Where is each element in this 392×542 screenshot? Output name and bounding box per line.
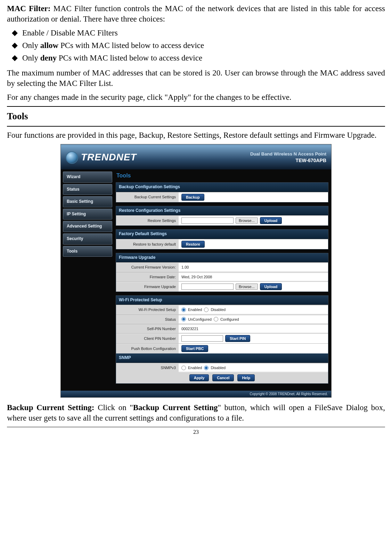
snmp-disabled-radio[interactable] <box>204 366 209 370</box>
apply-button[interactable]: Apply <box>189 374 209 381</box>
fw-upload-button[interactable]: Upload <box>260 283 282 290</box>
wps-setup-label: Wi-Fi Protected Setup <box>116 305 179 314</box>
fw-browse-button[interactable]: Browse... <box>236 284 258 290</box>
backup-para-label: Backup Current Setting: <box>7 403 98 412</box>
sidebar-item-security[interactable]: Security <box>63 233 112 245</box>
restore-card-title: Restore Configuration Settings <box>116 206 328 216</box>
backup-label: Backup Current Settings <box>116 192 179 201</box>
factory-card: Factory Default Settings Restore to fact… <box>116 229 328 249</box>
brand-text: TRENDNET <box>81 151 137 164</box>
header-model: TEW-670APB <box>250 157 326 164</box>
fw-upgrade-label: Firmware Upgrade <box>116 282 179 291</box>
wps-enabled-radio[interactable] <box>181 308 186 312</box>
page-title: Tools <box>116 172 328 180</box>
backup-para-bold: Backup Current Setting <box>133 403 218 412</box>
backup-para-pre: Click on " <box>98 403 133 412</box>
tools-intro: Four functions are provided in this page… <box>7 130 385 141</box>
wps-clientpin-input[interactable] <box>181 335 223 342</box>
snmp-disabled-text: Disabled <box>211 365 226 370</box>
snmp-label: SNMPv3 <box>116 363 179 372</box>
wps-clientpin-label: Client PIN Number <box>116 334 179 343</box>
brand-logo-icon <box>66 151 78 164</box>
fw-version-value: 1.00 <box>179 263 328 271</box>
wps-card: Wi-Fi Protected Setup Wi-Fi Protected Se… <box>116 295 328 384</box>
restore-upload-button[interactable]: Upload <box>260 217 282 224</box>
mac-filter-label: MAC Filter: <box>7 4 53 13</box>
mac-filter-bullets: Enable / Disable MAC Filters Only allow … <box>7 28 385 63</box>
divider-top <box>7 106 385 107</box>
factory-label: Restore to factory default <box>116 240 179 249</box>
wps-disabled-radio[interactable] <box>204 308 209 312</box>
wps-unconfigured-radio[interactable] <box>181 317 186 321</box>
shot-copyright: Copyright © 2008 TRENDnet. All Rights Re… <box>61 391 331 397</box>
restore-file-input[interactable] <box>181 217 234 224</box>
apply-note: For any changes made in the security pag… <box>7 92 385 103</box>
firmware-card: Firmware Upgrade Current Firmware Versio… <box>116 253 328 292</box>
restore-browse-button[interactable]: Browse... <box>236 217 258 224</box>
fw-date-label: Firmware Date: <box>116 272 179 281</box>
sidebar-item-tools[interactable]: Tools <box>63 246 112 257</box>
sidebar: Wizard Status Basic Setting IP Setting A… <box>61 169 114 391</box>
bullet-1: Enable / Disable MAC Filters <box>7 28 385 38</box>
wps-selfpin-value: 00023221 <box>179 325 328 333</box>
main-panel: Tools Backup Configuration Settings Back… <box>114 169 331 391</box>
backup-paragraph: Backup Current Setting: Click on "Backup… <box>7 402 385 423</box>
header-sub: Dual Band Wireless N Access Point TEW-67… <box>250 151 326 164</box>
snmp-enabled-text: Enabled <box>188 365 202 370</box>
wps-enabled-text: Enabled <box>188 307 202 312</box>
fw-date-value: Wed, 29 Oct 2008 <box>179 273 328 281</box>
wps-status-label: Status <box>116 315 179 324</box>
bullet-3: Only deny PCs with MAC listed below to a… <box>7 53 385 63</box>
factory-card-title: Factory Default Settings <box>116 230 328 239</box>
backup-card-title: Backup Configuration Settings <box>116 183 328 192</box>
fw-file-input[interactable] <box>181 284 234 290</box>
wps-configured-radio[interactable] <box>214 317 218 321</box>
wps-disabled-text: Disabled <box>211 307 226 312</box>
shot-header: TRENDNET Dual Band Wireless N Access Poi… <box>61 144 331 169</box>
wps-card-title: Wi-Fi Protected Setup <box>116 296 328 305</box>
mac-filter-rest: MAC Filter function controls the MAC of … <box>7 4 385 23</box>
factory-restore-button[interactable]: Restore <box>181 241 205 248</box>
wps-unconfigured-text: UnConfigured <box>188 317 212 322</box>
mac-filter-paragraph: MAC Filter: MAC Filter function controls… <box>7 3 385 24</box>
sidebar-item-basic[interactable]: Basic Setting <box>63 196 112 207</box>
header-line1: Dual Band Wireless N Access Point <box>250 151 326 157</box>
mac-max-note: The maximum number of MAC addresses that… <box>7 68 385 89</box>
wps-startpbc-button[interactable]: Start PBC <box>181 345 208 352</box>
tools-screenshot: TRENDNET Dual Band Wireless N Access Poi… <box>60 144 332 398</box>
snmp-card-title: SNMP <box>116 353 328 363</box>
restore-card: Restore Configuration Settings Restore S… <box>116 206 328 226</box>
firmware-card-title: Firmware Upgrade <box>116 253 328 263</box>
fw-version-label: Current Firmware Version: <box>116 263 179 272</box>
help-button[interactable]: Help <box>237 374 255 381</box>
wps-selfpin-label: Self-PIN Number <box>116 324 179 333</box>
sidebar-item-ip[interactable]: IP Setting <box>63 209 112 220</box>
snmp-enabled-radio[interactable] <box>181 366 186 370</box>
backup-card: Backup Configuration Settings Backup Cur… <box>116 182 328 202</box>
wps-configured-text: Configured <box>220 317 239 322</box>
backup-button[interactable]: Backup <box>181 194 204 201</box>
sidebar-item-status[interactable]: Status <box>63 184 112 195</box>
wps-startpin-button[interactable]: Start PIN <box>225 335 250 342</box>
bullet-2: Only allow PCs with MAC listed below to … <box>7 40 385 51</box>
wps-pbc-label: Push Botton Configuration <box>116 344 179 353</box>
page-number: 23 <box>7 427 385 436</box>
tools-heading: Tools <box>7 110 385 122</box>
footer-buttons: Apply Cancel Help <box>116 372 328 383</box>
divider-bottom <box>7 126 385 127</box>
brand: TRENDNET <box>66 151 137 164</box>
sidebar-item-wizard[interactable]: Wizard <box>63 172 112 183</box>
sidebar-item-advanced[interactable]: Advanced Setting <box>63 221 112 232</box>
cancel-button[interactable]: Cancel <box>212 374 234 381</box>
restore-label: Restore Settings <box>116 216 179 225</box>
